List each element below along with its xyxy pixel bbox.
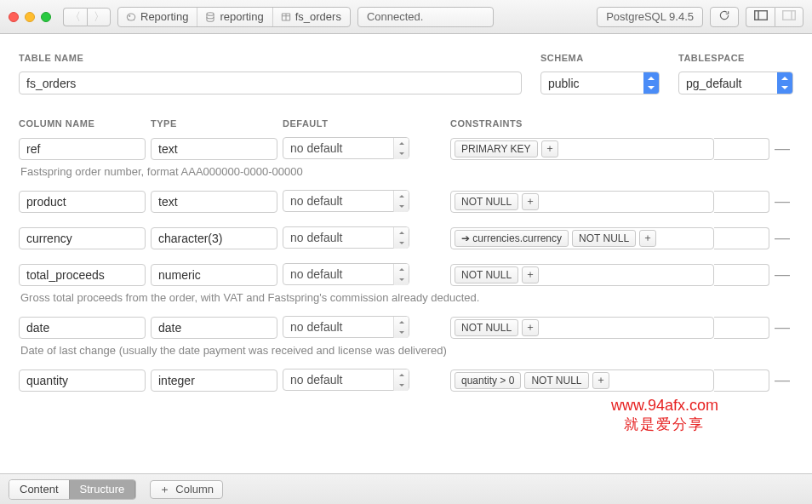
breadcrumb-label: Reporting bbox=[140, 10, 188, 23]
constraint-tag[interactable]: PRIMARY KEY bbox=[455, 140, 538, 158]
constraints-tail bbox=[714, 138, 769, 160]
tab-structure[interactable]: Structure bbox=[69, 480, 136, 499]
sidebar-left-icon bbox=[754, 10, 768, 23]
add-constraint-button[interactable]: ＋ bbox=[522, 193, 539, 210]
breadcrumb-label: fs_orders bbox=[295, 10, 341, 23]
remove-column-button[interactable]: — bbox=[769, 192, 793, 210]
constraints-cell[interactable]: PRIMARY KEY＋ bbox=[450, 138, 714, 160]
column-type-input[interactable] bbox=[151, 317, 277, 339]
remove-column-button[interactable]: — bbox=[769, 371, 793, 389]
stepper-icon bbox=[393, 317, 409, 338]
add-column-button[interactable]: ＋ Column bbox=[150, 480, 223, 499]
label-constraints: CONSTRAINTS bbox=[450, 118, 629, 129]
column-row: no defaultNOT NULL＋— bbox=[19, 263, 793, 286]
add-constraint-button[interactable]: ＋ bbox=[522, 266, 539, 284]
constraint-tag[interactable]: NOT NULL bbox=[455, 266, 518, 284]
table-name-input[interactable] bbox=[19, 72, 522, 94]
column-comment: Fastspring order number, format AAA00000… bbox=[20, 165, 793, 178]
stepper-icon bbox=[393, 227, 409, 249]
window-toolbar: 〈 〉 Reporting reporting fs_orders Connec… bbox=[0, 0, 812, 34]
constraint-tag[interactable]: NOT NULL bbox=[572, 230, 636, 247]
label-column-name: COLUMN NAME bbox=[19, 118, 151, 129]
layout-sidebar-left-button[interactable] bbox=[746, 7, 775, 27]
layout-sidebar-right-button[interactable] bbox=[775, 7, 803, 27]
bottom-bar: Content Structure ＋ Column bbox=[0, 473, 812, 504]
add-constraint-button[interactable]: ＋ bbox=[592, 372, 609, 389]
svg-point-1 bbox=[129, 15, 130, 16]
chevron-left-icon: 〈 bbox=[70, 9, 81, 25]
tablespace-select[interactable]: pg_default bbox=[678, 72, 793, 94]
remove-column-button[interactable]: — bbox=[769, 318, 793, 336]
connection-status: Connected. bbox=[357, 7, 494, 27]
add-constraint-button[interactable]: ＋ bbox=[639, 230, 656, 247]
constraints-tail bbox=[714, 191, 769, 213]
remove-column-button[interactable]: — bbox=[769, 229, 793, 247]
breadcrumb-connection[interactable]: Reporting bbox=[118, 8, 197, 26]
remove-column-button[interactable]: — bbox=[769, 266, 793, 284]
stepper-icon bbox=[393, 264, 409, 285]
traffic-lights bbox=[9, 12, 51, 22]
column-type-input[interactable] bbox=[151, 138, 277, 160]
constraints-cell[interactable]: NOT NULL＋ bbox=[450, 317, 714, 339]
table-icon bbox=[280, 11, 292, 23]
close-window-button[interactable] bbox=[9, 12, 19, 22]
column-row: no defaultNOT NULL＋— bbox=[19, 190, 793, 213]
default-select[interactable]: no default bbox=[283, 263, 409, 286]
constraints-tail bbox=[714, 317, 769, 339]
default-select[interactable]: no default bbox=[283, 137, 409, 160]
remove-column-button[interactable]: — bbox=[769, 140, 793, 158]
constraint-tag[interactable]: ➔ currencies.currency bbox=[455, 230, 569, 247]
db-version: PostgreSQL 9.4.5 bbox=[597, 7, 703, 27]
column-row: no defaultquantity > 0NOT NULL＋— bbox=[19, 369, 793, 392]
schema-select[interactable]: public bbox=[540, 72, 660, 94]
column-comment: Gross total proceeds from the order, wit… bbox=[20, 291, 793, 304]
column-name-input[interactable] bbox=[19, 138, 146, 160]
constraints-cell[interactable]: NOT NULL＋ bbox=[450, 191, 714, 213]
constraint-tag[interactable]: NOT NULL bbox=[455, 193, 518, 210]
constraints-cell[interactable]: quantity > 0NOT NULL＋ bbox=[450, 369, 714, 392]
svg-rect-4 bbox=[754, 11, 767, 20]
column-row: no defaultNOT NULL＋— bbox=[19, 316, 793, 339]
minimize-window-button[interactable] bbox=[25, 12, 35, 22]
label-schema: SCHEMA bbox=[540, 53, 660, 63]
breadcrumb-table[interactable]: fs_orders bbox=[273, 8, 350, 26]
label-default: DEFAULT bbox=[283, 118, 415, 129]
column-name-input[interactable] bbox=[19, 264, 146, 286]
stepper-icon bbox=[643, 72, 659, 94]
nav-forward-button[interactable]: 〉 bbox=[87, 8, 111, 26]
nav-back-button[interactable]: 〈 bbox=[63, 8, 87, 26]
column-name-input[interactable] bbox=[19, 191, 146, 213]
column-type-input[interactable] bbox=[151, 369, 277, 392]
column-type-input[interactable] bbox=[151, 191, 277, 213]
column-type-input[interactable] bbox=[151, 227, 277, 249]
breadcrumb: Reporting reporting fs_orders bbox=[117, 7, 351, 27]
breadcrumb-database[interactable]: reporting bbox=[197, 8, 272, 26]
column-name-input[interactable] bbox=[19, 317, 146, 339]
refresh-button[interactable] bbox=[710, 7, 739, 27]
zoom-window-button[interactable] bbox=[41, 12, 51, 22]
structure-editor: TABLE NAME SCHEMA public TABLESPACE pg_d… bbox=[0, 34, 812, 473]
default-select[interactable]: no default bbox=[283, 316, 409, 339]
label-table-name: TABLE NAME bbox=[19, 53, 522, 63]
add-constraint-button[interactable]: ＋ bbox=[522, 319, 539, 336]
default-select[interactable]: no default bbox=[283, 226, 409, 249]
column-row: no defaultPRIMARY KEY＋— bbox=[19, 137, 793, 160]
tab-content[interactable]: Content bbox=[9, 480, 69, 499]
stepper-icon bbox=[777, 72, 792, 94]
constraints-cell[interactable]: ➔ currencies.currencyNOT NULL＋ bbox=[450, 227, 714, 249]
constraint-tag[interactable]: NOT NULL bbox=[524, 372, 588, 389]
plus-icon: ＋ bbox=[159, 482, 170, 497]
default-select[interactable]: no default bbox=[283, 190, 409, 213]
constraint-tag[interactable]: quantity > 0 bbox=[455, 372, 521, 389]
constraints-cell[interactable]: NOT NULL＋ bbox=[450, 264, 714, 286]
elephant-icon bbox=[125, 11, 137, 23]
chevron-right-icon: 〉 bbox=[94, 9, 105, 25]
label-type: TYPE bbox=[151, 118, 283, 129]
column-type-input[interactable] bbox=[151, 264, 277, 286]
add-constraint-button[interactable]: ＋ bbox=[541, 140, 558, 158]
column-name-input[interactable] bbox=[19, 227, 146, 249]
stepper-icon bbox=[393, 369, 409, 391]
constraint-tag[interactable]: NOT NULL bbox=[455, 319, 518, 336]
column-name-input[interactable] bbox=[19, 369, 146, 392]
default-select[interactable]: no default bbox=[283, 369, 409, 392]
